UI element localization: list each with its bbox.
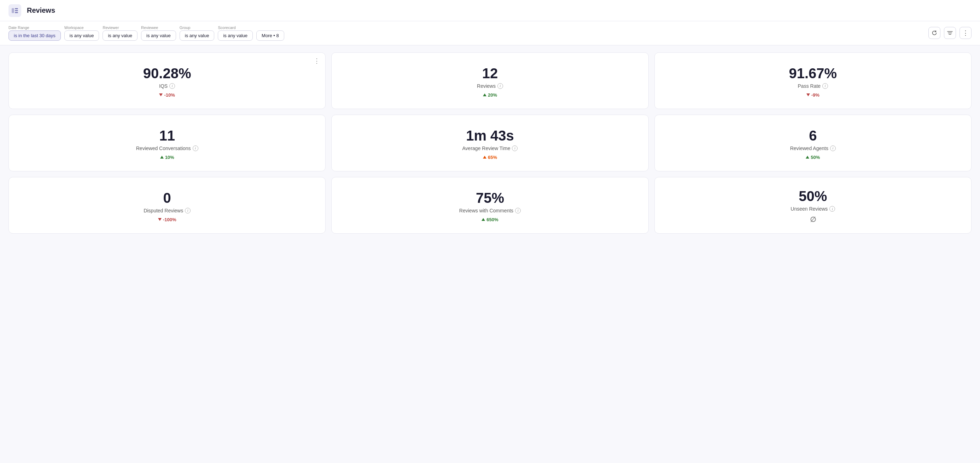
metric-change: -10% (159, 93, 175, 98)
date-range-button[interactable]: is in the last 30 days (8, 30, 61, 41)
metric-card-reviewed_conversations: 11 Reviewed Conversations i 10% (8, 115, 326, 171)
metric-label: Reviews i (477, 83, 503, 89)
metric-change: 10% (160, 155, 174, 160)
metric-card-reviews_with_comments: 75% Reviews with Comments i 650% (331, 177, 648, 234)
workspace-filter-group: Workspace is any value (64, 26, 99, 41)
svg-rect-0 (12, 8, 14, 13)
info-icon[interactable]: i (822, 83, 828, 89)
info-icon[interactable]: i (515, 208, 521, 214)
filter-options-button[interactable] (944, 27, 956, 39)
metric-label: Pass Rate i (798, 83, 828, 89)
metric-value: 75% (476, 190, 504, 206)
card-menu-icon[interactable]: ⋮ (313, 57, 320, 65)
refresh-button[interactable] (928, 27, 940, 39)
info-icon[interactable]: i (830, 145, 836, 151)
metric-change: -9% (807, 93, 819, 98)
metric-card-reviews: 12 Reviews i 20% (331, 53, 648, 109)
metric-change: 650% (482, 217, 498, 222)
more-filter-group: More • 8 (256, 26, 284, 41)
metric-value: 50% (799, 188, 827, 204)
metric-card-average_review_time: 1m 43s Average Review Time i 65% (331, 115, 648, 171)
metric-value: 11 (159, 128, 175, 144)
workspace-button[interactable]: is any value (64, 30, 99, 41)
group-filter-group: Group is any value (180, 26, 215, 41)
group-label: Group (180, 26, 215, 30)
group-button[interactable]: is any value (180, 30, 215, 41)
filter-actions: ⋮ (928, 27, 972, 40)
date-range-filter-group: Date Range is in the last 30 days (8, 26, 61, 41)
reviewer-button[interactable]: is any value (102, 30, 137, 41)
info-icon[interactable]: i (169, 83, 175, 89)
trend-down-icon (158, 218, 162, 221)
metric-label: Reviewed Conversations i (136, 145, 198, 151)
metric-label: Reviews with Comments i (459, 208, 521, 214)
metric-change: -100% (158, 217, 177, 222)
scorecard-button[interactable]: is any value (218, 30, 253, 41)
more-filters-button[interactable]: More • 8 (256, 30, 284, 41)
info-icon[interactable]: i (512, 145, 517, 151)
metrics-grid: ⋮ 90.28% IQS i -10% 12 Reviews i 20% 91.… (0, 45, 980, 241)
trend-up-icon (483, 93, 487, 96)
top-bar: Reviews (0, 0, 980, 21)
info-icon[interactable]: i (192, 145, 198, 151)
info-icon[interactable]: i (498, 83, 503, 89)
reviewee-filter-group: Reviewee is any value (141, 26, 176, 41)
metric-value: 12 (482, 65, 498, 81)
date-range-label: Date Range (8, 26, 61, 30)
metric-card-reviewed_agents: 6 Reviewed Agents i 50% (654, 115, 972, 171)
metric-value: 1m 43s (466, 128, 514, 144)
info-icon[interactable]: i (829, 206, 835, 212)
metric-value: 0 (163, 190, 171, 206)
metric-change: 65% (483, 155, 497, 160)
metric-label: Disputed Reviews i (143, 208, 191, 214)
workspace-label: Workspace (64, 26, 99, 30)
metric-change: 20% (483, 93, 497, 98)
metric-card-disputed_reviews: 0 Disputed Reviews i -100% (8, 177, 326, 234)
trend-up-icon (806, 156, 809, 158)
metric-value: 90.28% (143, 65, 191, 81)
metric-label: IQS i (159, 83, 175, 89)
trend-up-icon (160, 156, 164, 158)
metric-change: ∅ (810, 215, 816, 224)
trend-up-icon (483, 156, 487, 158)
metric-card-unseen_reviews: 50% Unseen Reviews i ∅ (654, 177, 972, 234)
info-icon[interactable]: i (185, 208, 191, 214)
metric-label: Unseen Reviews i (791, 206, 835, 212)
metric-change: 50% (806, 155, 820, 160)
svg-rect-2 (15, 10, 18, 11)
more-options-button[interactable]: ⋮ (959, 27, 972, 39)
metric-label: Average Review Time i (463, 145, 518, 151)
svg-rect-1 (15, 8, 18, 9)
page-title: Reviews (27, 6, 55, 14)
reviewee-button[interactable]: is any value (141, 30, 176, 41)
metric-label: Reviewed Agents i (790, 145, 836, 151)
trend-up-icon (482, 218, 485, 221)
more-label-spacer (256, 26, 284, 30)
reviewer-label: Reviewer (102, 26, 137, 30)
metric-value: 91.67% (789, 65, 837, 81)
scorecard-label: Scorecard (218, 26, 253, 30)
sidebar-toggle-button[interactable] (8, 4, 21, 17)
trend-down-icon (159, 93, 162, 96)
trend-down-icon (807, 93, 810, 96)
reviewee-label: Reviewee (141, 26, 176, 30)
metric-card-iqs: ⋮ 90.28% IQS i -10% (8, 53, 326, 109)
metric-card-pass_rate: 91.67% Pass Rate i -9% (654, 53, 972, 109)
scorecard-filter-group: Scorecard is any value (218, 26, 253, 41)
reviewer-filter-group: Reviewer is any value (102, 26, 137, 41)
svg-rect-3 (15, 12, 18, 13)
metric-value: 6 (809, 128, 817, 144)
filter-bar: Date Range is in the last 30 days Worksp… (0, 21, 980, 45)
